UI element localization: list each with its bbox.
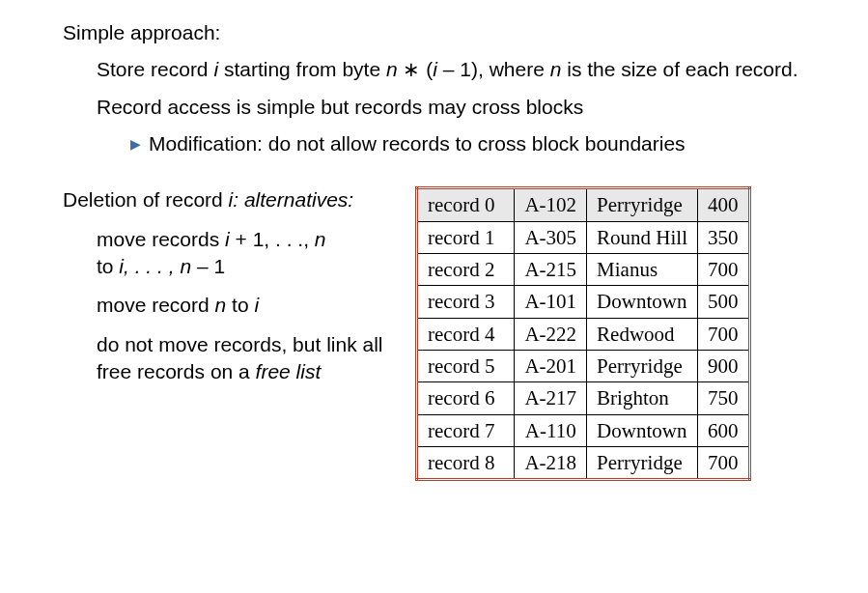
- record-balance: 700: [698, 318, 750, 350]
- record-branch: Perryridge: [587, 447, 698, 480]
- txt: to: [226, 294, 254, 316]
- table-row: record 2A-215Mianus700: [417, 254, 750, 286]
- alternative-1: move records i + 1, . . ., n to i, . . .…: [97, 226, 401, 281]
- txt: move records: [97, 228, 225, 250]
- txt: do not move records, but link all free r…: [97, 333, 382, 382]
- txt: – 1), where: [437, 58, 550, 80]
- txt: ∗ (: [398, 58, 434, 80]
- record-label: record 4: [417, 318, 515, 350]
- approach-line-1: Store record i starting from byte n ∗ (i…: [97, 56, 829, 83]
- approach-heading: Simple approach:: [63, 19, 829, 46]
- record-branch: Brighton: [587, 382, 698, 414]
- var-n: n: [180, 255, 191, 277]
- txt: move record: [97, 294, 215, 316]
- table-row: record 8A-218Perryridge700: [417, 447, 750, 480]
- txt: is the size of each record.: [561, 58, 798, 80]
- record-balance: 750: [698, 382, 750, 414]
- table-row: record 5A-201Perryridge900: [417, 351, 750, 382]
- txt: starting from byte: [218, 58, 386, 80]
- txt: – 1: [191, 255, 225, 277]
- txt: Modification: do not allow records to cr…: [149, 132, 686, 155]
- alternative-2: move record n to i: [97, 292, 401, 319]
- bullet-arrow-icon: ▶: [130, 135, 141, 154]
- record-branch: Redwood: [587, 318, 698, 350]
- record-balance: 600: [698, 414, 750, 446]
- var-n: n: [215, 294, 227, 316]
- record-branch: Mianus: [587, 254, 698, 286]
- var-n: n: [315, 228, 326, 250]
- record-branch: Perryridge: [587, 188, 698, 221]
- record-branch: Round Hill: [587, 221, 698, 253]
- record-balance: 900: [698, 351, 750, 382]
- record-label: record 0: [417, 188, 515, 221]
- record-balance: 350: [698, 221, 750, 253]
- table-row: record 0A-102Perryridge400: [417, 188, 750, 221]
- records-table: record 0A-102Perryridge400record 1A-305R…: [415, 186, 751, 481]
- record-label: record 1: [417, 221, 515, 253]
- table-row: record 3A-101Downtown500: [417, 286, 750, 318]
- txt: + 1, . . .,: [230, 228, 315, 250]
- table-row: record 7A-110Downtown600: [417, 414, 750, 446]
- record-balance: 400: [698, 188, 750, 221]
- approach-line-3: ▶Modification: do not allow records to c…: [130, 130, 829, 157]
- record-account: A-215: [515, 254, 587, 286]
- record-account: A-305: [515, 221, 587, 253]
- record-label: record 8: [417, 447, 515, 480]
- table-row: record 1A-305Round Hill350: [417, 221, 750, 253]
- record-label: record 6: [417, 382, 515, 414]
- record-branch: Downtown: [587, 286, 698, 318]
- record-account: A-218: [515, 447, 587, 480]
- txt: : alternatives: [233, 188, 348, 211]
- record-label: record 3: [417, 286, 515, 318]
- record-label: record 7: [417, 414, 515, 446]
- txt: :: [348, 188, 353, 211]
- txt: Deletion of record: [63, 188, 229, 211]
- var-n: n: [550, 58, 562, 80]
- var-n: n: [386, 58, 398, 80]
- table-row: record 4A-222Redwood700: [417, 318, 750, 350]
- record-balance: 700: [698, 254, 750, 286]
- record-balance: 700: [698, 447, 750, 480]
- approach-line-2: Record access is simple but records may …: [97, 94, 829, 121]
- record-label: record 5: [417, 351, 515, 382]
- record-account: A-102: [515, 188, 587, 221]
- txt: , . . . ,: [124, 255, 180, 277]
- alternative-3: do not move records, but link all free r…: [97, 331, 401, 386]
- record-label: record 2: [417, 254, 515, 286]
- txt: Store record: [97, 58, 213, 80]
- record-balance: 500: [698, 286, 750, 318]
- record-account: A-217: [515, 382, 587, 414]
- record-account: A-101: [515, 286, 587, 318]
- deletion-heading: Deletion of record i: alternatives:: [63, 186, 401, 213]
- record-account: A-201: [515, 351, 587, 382]
- var-i: i: [254, 294, 259, 316]
- table-row: record 6A-217Brighton750: [417, 382, 750, 414]
- record-account: A-222: [515, 318, 587, 350]
- record-account: A-110: [515, 414, 587, 446]
- record-branch: Perryridge: [587, 351, 698, 382]
- record-branch: Downtown: [587, 414, 698, 446]
- txt: to: [97, 255, 119, 277]
- free-list: free list: [256, 360, 322, 382]
